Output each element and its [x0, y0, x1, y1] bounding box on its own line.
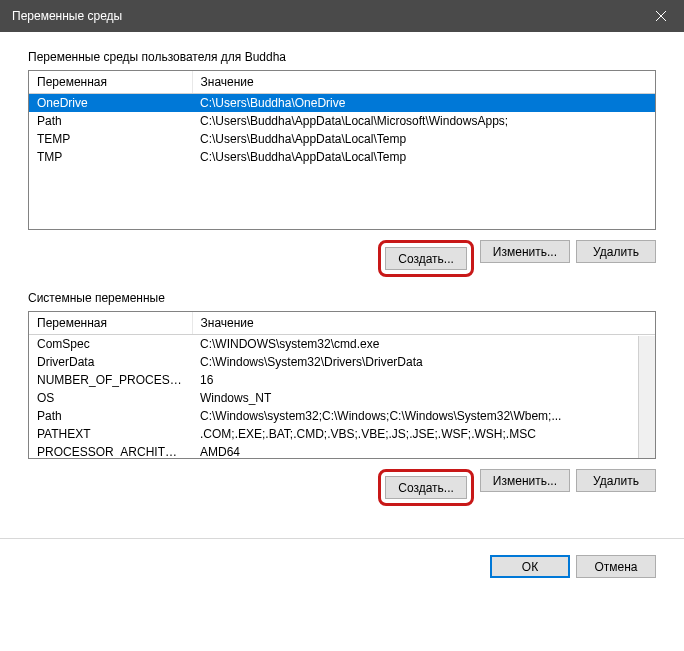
edit-button[interactable]: Изменить... — [480, 469, 570, 492]
cell-name: DriverData — [29, 353, 192, 371]
close-button[interactable] — [638, 0, 684, 32]
cell-value: Windows_NT — [192, 389, 655, 407]
cell-value: C:\Users\Buddha\OneDrive — [192, 94, 655, 113]
delete-button[interactable]: Удалить — [576, 240, 656, 263]
user-vars-table[interactable]: Переменная Значение OneDrive C:\Users\Bu… — [28, 70, 656, 230]
table-row[interactable]: Path C:\Users\Buddha\AppData\Local\Micro… — [29, 112, 655, 130]
cell-value: .COM;.EXE;.BAT;.CMD;.VBS;.VBE;.JS;.JSE;.… — [192, 425, 655, 443]
close-icon — [656, 11, 666, 21]
col-header-value[interactable]: Значение — [192, 71, 655, 94]
table-row[interactable]: ComSpec C:\WINDOWS\system32\cmd.exe — [29, 335, 655, 354]
table-row[interactable]: Path C:\Windows\system32;C:\Windows;C:\W… — [29, 407, 655, 425]
cell-name: OS — [29, 389, 192, 407]
cell-value: C:\Windows\System32\Drivers\DriverData — [192, 353, 655, 371]
table-row[interactable]: TEMP C:\Users\Buddha\AppData\Local\Temp — [29, 130, 655, 148]
create-button[interactable]: Создать... — [385, 247, 467, 270]
table-row[interactable]: PATHEXT .COM;.EXE;.BAT;.CMD;.VBS;.VBE;.J… — [29, 425, 655, 443]
system-vars-table[interactable]: Переменная Значение ComSpec C:\WINDOWS\s… — [28, 311, 656, 459]
system-buttons-row: Создать... Изменить... Удалить — [28, 469, 656, 506]
delete-button[interactable]: Удалить — [576, 469, 656, 492]
table-row[interactable]: PROCESSOR_ARCHITECTURE AMD64 — [29, 443, 655, 459]
window-title: Переменные среды — [12, 9, 122, 23]
table-row[interactable]: DriverData C:\Windows\System32\Drivers\D… — [29, 353, 655, 371]
titlebar: Переменные среды — [0, 0, 684, 32]
user-section-label: Переменные среды пользователя для Buddha — [28, 50, 656, 64]
col-header-name[interactable]: Переменная — [29, 312, 192, 335]
cell-name: NUMBER_OF_PROCESSORS — [29, 371, 192, 389]
cell-name: Path — [29, 112, 192, 130]
table-row[interactable]: NUMBER_OF_PROCESSORS 16 — [29, 371, 655, 389]
user-buttons-row: Создать... Изменить... Удалить — [28, 240, 656, 277]
cell-value: C:\Users\Buddha\AppData\Local\Microsoft\… — [192, 112, 655, 130]
create-button[interactable]: Создать... — [385, 476, 467, 499]
cell-value: 16 — [192, 371, 655, 389]
cell-name: ComSpec — [29, 335, 192, 354]
env-vars-dialog: Переменные среды Переменные среды пользо… — [0, 0, 684, 651]
cell-value: C:\Users\Buddha\AppData\Local\Temp — [192, 148, 655, 166]
system-section-label: Системные переменные — [28, 291, 656, 305]
system-vars-section: Системные переменные Переменная Значение… — [28, 291, 656, 506]
highlight-annotation: Создать... — [378, 240, 474, 277]
cell-name: TMP — [29, 148, 192, 166]
cell-name: TEMP — [29, 130, 192, 148]
cell-value: C:\Windows\system32;C:\Windows;C:\Window… — [192, 407, 655, 425]
edit-button[interactable]: Изменить... — [480, 240, 570, 263]
cell-value: C:\WINDOWS\system32\cmd.exe — [192, 335, 655, 354]
user-vars-section: Переменные среды пользователя для Buddha… — [28, 50, 656, 277]
table-row[interactable]: OS Windows_NT — [29, 389, 655, 407]
cell-value: C:\Users\Buddha\AppData\Local\Temp — [192, 130, 655, 148]
cell-name: Path — [29, 407, 192, 425]
ok-button[interactable]: ОК — [490, 555, 570, 578]
dialog-content: Переменные среды пользователя для Buddha… — [0, 32, 684, 534]
table-row[interactable]: OneDrive C:\Users\Buddha\OneDrive — [29, 94, 655, 113]
scrollbar[interactable] — [638, 336, 655, 458]
col-header-value[interactable]: Значение — [192, 312, 655, 335]
cell-name: PATHEXT — [29, 425, 192, 443]
highlight-annotation: Создать... — [378, 469, 474, 506]
table-row[interactable]: TMP C:\Users\Buddha\AppData\Local\Temp — [29, 148, 655, 166]
cell-name: OneDrive — [29, 94, 192, 113]
dialog-buttons: ОК Отмена — [0, 538, 684, 578]
cell-value: AMD64 — [192, 443, 655, 459]
col-header-name[interactable]: Переменная — [29, 71, 192, 94]
cancel-button[interactable]: Отмена — [576, 555, 656, 578]
cell-name: PROCESSOR_ARCHITECTURE — [29, 443, 192, 459]
